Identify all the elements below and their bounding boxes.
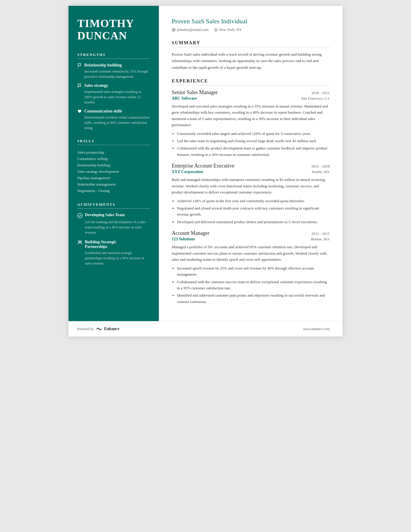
- contact-line: johndoe@email.com New York, NY: [172, 27, 330, 32]
- job-entry-3: Account Manager 2012 - 2015 123 Solution…: [172, 230, 330, 305]
- achievement-1-title: Developing Sales Team: [85, 213, 125, 217]
- location-contact: New York, NY: [214, 27, 242, 32]
- name-block: TIMOTHY DUNCAN: [77, 17, 150, 42]
- job-2-bullet-2: Negotiated and closed several multi-year…: [177, 205, 330, 218]
- job-3-location: Boston, MA: [311, 237, 330, 242]
- svg-point-2: [80, 241, 82, 242]
- experience-title: EXPERIENCE: [172, 78, 330, 85]
- skill-item: Pipeline management: [77, 175, 150, 181]
- job-1-location: San Francisco, CA: [301, 96, 330, 101]
- candidate-title: Proven SaaS Sales Individual: [172, 17, 330, 25]
- brand-name: Enhancv: [104, 327, 120, 331]
- skills-list: Sales prospecting Consultative selling R…: [77, 149, 150, 194]
- skills-title: SKILLS: [77, 139, 150, 145]
- achievements-title: ACHIEVEMENTS: [77, 202, 150, 209]
- job-2-company: XYZ Corporation: [172, 170, 203, 174]
- job-entry-1: Senior Sales Manager 2018 - 2021 ABC Sof…: [172, 89, 330, 158]
- job-2-bullet-3: Developed and delivered customized produ…: [177, 219, 330, 225]
- job-2-location: Seattle, WA: [312, 170, 330, 174]
- achievement-2-title-2: Partnerships: [85, 244, 117, 249]
- job-2-company-line: XYZ Corporation Seattle, WA: [172, 170, 330, 174]
- job-3-company: 123 Solutions: [172, 237, 195, 242]
- skill-item: Sales strategy development: [77, 168, 150, 175]
- skill-item: Negotiation · Closing: [77, 188, 150, 194]
- achievement-2-title: Building Strategic: [85, 240, 117, 244]
- job-1-company-line: ABC Software San Francisco, CA: [172, 96, 330, 101]
- job-3-dates: 2012 - 2015: [311, 231, 330, 236]
- candidate-name: TIMOTHY DUNCAN: [77, 17, 150, 42]
- job-entry-2: Enterprise Account Executive 2015 - 2018…: [172, 163, 330, 225]
- achievement-1-desc: Led the training and development of a sa…: [77, 219, 150, 235]
- experience-section: EXPERIENCE Senior Sales Manager 2018 - 2…: [172, 78, 330, 305]
- skill-item: Stakeholder management: [77, 181, 150, 188]
- job-2-title: Enterprise Account Executive: [172, 163, 234, 169]
- heart-icon: [77, 109, 82, 114]
- achievements-section: ACHIEVEMENTS Developing Sales Team Led t…: [77, 202, 150, 266]
- strength-3-title: Communication skills: [84, 109, 122, 114]
- skills-section: SKILLS Sales prospecting Consultative se…: [77, 139, 150, 194]
- summary-title: SUMMARY: [172, 40, 330, 47]
- job-3-bullet-2: Collaborated with the customer success t…: [177, 279, 330, 291]
- job-1-company: ABC Software: [172, 96, 197, 101]
- job-3-bullet-1: Increased upsell revenue by 25% and cros…: [177, 265, 330, 278]
- job-1-dates: 2018 - 2021: [311, 91, 330, 95]
- strengths-section: STRENGTHS Relationship building Increase…: [77, 52, 150, 131]
- main-header: Proven SaaS Sales Individual johndoe@ema…: [172, 17, 330, 32]
- job-1-bullet-1: Consistently exceeded sales targets and …: [177, 131, 330, 137]
- achievement-item-2: Building Strategic Partnerships Establis…: [77, 240, 150, 266]
- location-value: New York, NY: [219, 27, 242, 32]
- job-1-title: Senior Sales Manager: [172, 89, 218, 96]
- footer-left: Powered by Enhancv: [77, 327, 120, 331]
- summary-text: Proven SaaS sales individual with a trac…: [172, 51, 330, 71]
- partnership-icon: [77, 240, 82, 245]
- strength-item-3: Communication skills Demonstrated excell…: [77, 109, 150, 131]
- sidebar: TIMOTHY DUNCAN STRENGTHS Relationship bu…: [68, 6, 159, 321]
- job-3-bullets: Increased upsell revenue by 25% and cros…: [172, 265, 330, 305]
- job-2-header: Enterprise Account Executive 2015 - 2018: [172, 163, 330, 169]
- strength-3-desc: Demonstrated excellent verbal communicat…: [77, 115, 150, 131]
- email-contact: johndoe@email.com: [172, 27, 208, 32]
- job-1-bullets: Consistently exceeded sales targets and …: [172, 131, 330, 158]
- job-2-dates: 2015 - 2018: [311, 164, 330, 169]
- email-value: johndoe@email.com: [177, 27, 208, 32]
- achievement-2-desc: Established and nurtured strategic partn…: [77, 250, 150, 266]
- skill-item: Consultative selling: [77, 156, 150, 162]
- enhancv-logo-icon: [96, 327, 103, 331]
- footer: Powered by Enhancv www.enhancv.com: [68, 321, 342, 337]
- job-3-desc: Managed a portfolio of 50+ accounts and …: [172, 244, 330, 263]
- checkmark-icon: [77, 213, 82, 218]
- enhancv-logo: Enhancv: [96, 327, 120, 331]
- strength-1-title: Relationship building: [84, 63, 122, 68]
- job-3-company-line: 123 Solutions Boston, MA: [172, 237, 330, 242]
- strengths-title: STRENGTHS: [77, 52, 150, 59]
- strength-2-desc: Implemented sales strategies resulting i…: [77, 89, 150, 105]
- job-3-header: Account Manager 2012 - 2015: [172, 230, 330, 236]
- job-1-bullet-3: Collaborated with the product developmen…: [177, 145, 330, 158]
- svg-point-0: [78, 213, 82, 218]
- powered-by-text: Powered by: [77, 327, 94, 331]
- email-icon: [172, 28, 175, 32]
- job-1-bullet-2: Led the sales team in negotiating and cl…: [177, 138, 330, 144]
- skill-item: Relationship building: [77, 162, 150, 168]
- footer-url: www.enhancv.com: [303, 327, 330, 331]
- skill-item: Sales prospecting: [77, 149, 150, 156]
- strength-2-title: Sales strategy: [84, 83, 108, 88]
- achievement-item-1: Developing Sales Team Led the training a…: [77, 213, 150, 235]
- job-3-title: Account Manager: [172, 230, 209, 236]
- flag-icon: [77, 63, 82, 68]
- summary-section: SUMMARY Proven SaaS sales individual wit…: [172, 40, 330, 71]
- job-2-desc: Built and managed relationships with ent…: [172, 177, 330, 195]
- strength-item-2: Sales strategy Implemented sales strateg…: [77, 83, 150, 105]
- job-2-bullets: Achieved 130% of quota in the first year…: [172, 198, 330, 225]
- strength-item-1: Relationship building Increased customer…: [77, 63, 150, 79]
- main-content: Proven SaaS Sales Individual johndoe@ema…: [159, 6, 342, 321]
- flag-icon-2: [77, 83, 82, 88]
- job-2-bullet-1: Achieved 130% of quota in the first year…: [177, 198, 330, 204]
- strength-1-desc: Increased customer retention by 35% thro…: [77, 69, 150, 79]
- job-3-bullet-3: Identified and addressed customer pain p…: [177, 292, 330, 305]
- svg-point-1: [78, 241, 80, 242]
- svg-point-5: [215, 29, 216, 30]
- job-1-header: Senior Sales Manager 2018 - 2021: [172, 89, 330, 96]
- location-icon: [214, 28, 217, 32]
- job-1-desc: Developed and executed sales strategies …: [172, 103, 330, 128]
